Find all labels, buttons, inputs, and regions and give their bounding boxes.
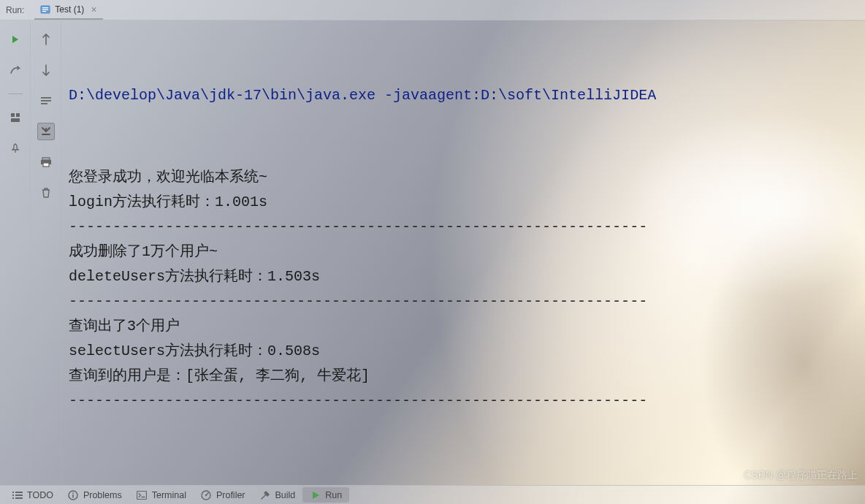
svg-rect-18 — [15, 497, 23, 499]
terminal-icon — [137, 489, 148, 500]
info-icon — [68, 489, 79, 500]
svg-rect-21 — [73, 495, 75, 498]
bottom-label: TODO — [27, 490, 53, 500]
layout-button[interactable] — [7, 109, 24, 126]
gutter-primary — [0, 20, 31, 485]
pin-button[interactable] — [7, 140, 24, 157]
svg-rect-3 — [42, 11, 46, 12]
svg-rect-12 — [43, 163, 49, 167]
bottom-label: Run — [325, 490, 342, 500]
bottom-tool-bar: TODO Problems Terminal Profiler Build Ru… — [0, 485, 865, 504]
bottom-item-terminal[interactable]: Terminal — [129, 487, 194, 503]
svg-rect-13 — [12, 492, 14, 493]
svg-rect-16 — [15, 495, 23, 496]
svg-rect-6 — [11, 118, 20, 122]
settings-button[interactable] — [7, 61, 24, 79]
svg-rect-4 — [11, 113, 15, 117]
run-tool-body: D:\develop\Java\jdk-17\bin\java.exe -jav… — [0, 20, 865, 485]
hammer-icon — [260, 489, 271, 500]
svg-rect-9 — [41, 103, 47, 104]
svg-rect-1 — [42, 7, 48, 8]
rerun-button[interactable] — [7, 31, 24, 48]
svg-rect-15 — [12, 495, 14, 496]
list-icon — [12, 489, 23, 500]
soft-wrap-button[interactable] — [37, 92, 55, 110]
scroll-to-end-button[interactable] — [37, 123, 55, 140]
bottom-item-build[interactable]: Build — [253, 487, 303, 503]
svg-rect-14 — [15, 492, 23, 493]
bottom-label: Profiler — [216, 490, 245, 500]
scroll-down-button[interactable] — [37, 61, 55, 79]
svg-rect-20 — [73, 492, 75, 494]
svg-point-24 — [205, 494, 207, 495]
svg-rect-17 — [12, 497, 14, 499]
play-icon — [310, 489, 321, 500]
bottom-item-run[interactable]: Run — [302, 487, 349, 503]
command-line: D:\develop\Java\jdk-17\bin\java.exe -jav… — [69, 83, 859, 108]
bottom-label: Build — [275, 490, 296, 500]
gutter-separator — [8, 93, 23, 94]
gauge-icon — [201, 489, 212, 500]
tab-label: Test (1) — [55, 4, 84, 15]
clear-button[interactable] — [37, 184, 55, 202]
run-tab-test[interactable]: Test (1) × — [34, 1, 102, 20]
console-lines: 您登录成功，欢迎光临本系统~login方法执行耗时：1.001s--------… — [69, 165, 859, 413]
svg-rect-10 — [42, 158, 50, 160]
bottom-item-problems[interactable]: Problems — [61, 487, 129, 503]
console-output[interactable]: D:\develop\Java\jdk-17\bin\java.exe -jav… — [61, 20, 865, 485]
svg-rect-7 — [41, 97, 51, 99]
bottom-item-profiler[interactable]: Profiler — [194, 487, 253, 503]
gutter-secondary — [31, 20, 61, 485]
run-label: Run: — [6, 5, 24, 15]
app-icon — [40, 4, 50, 15]
svg-rect-22 — [137, 491, 147, 499]
svg-rect-2 — [42, 9, 48, 9]
print-button[interactable] — [37, 153, 55, 171]
close-tab-icon[interactable]: × — [91, 4, 96, 15]
svg-rect-5 — [16, 113, 20, 117]
bottom-label: Terminal — [152, 490, 186, 500]
scroll-up-button[interactable] — [37, 31, 55, 48]
bottom-label: Problems — [83, 490, 122, 500]
bottom-item-todo[interactable]: TODO — [4, 487, 61, 503]
run-tool-header: Run: Test (1) × — [0, 0, 865, 20]
svg-rect-8 — [41, 100, 51, 102]
